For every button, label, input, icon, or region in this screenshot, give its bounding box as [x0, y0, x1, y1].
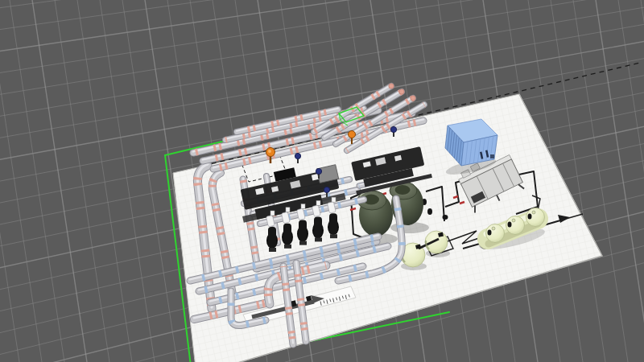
- 3d-viewport[interactable]: [0, 0, 644, 362]
- valve-handwheel[interactable]: [316, 168, 321, 174]
- pump-connector: [301, 204, 305, 209]
- pump-body[interactable]: [314, 216, 322, 237]
- pipe-end-flange: [389, 84, 394, 88]
- pump-foot: [330, 234, 337, 238]
- valve-handwheel[interactable]: [324, 187, 329, 192]
- model-scene: [0, 0, 644, 362]
- pump-foot: [269, 248, 276, 252]
- pump-connector: [270, 211, 275, 216]
- pump-connector: [316, 200, 320, 205]
- pump-connector: [332, 197, 336, 202]
- pipe-end-flange: [399, 89, 404, 94]
- pipe-end-flange: [411, 96, 415, 101]
- pump-foot: [284, 245, 291, 249]
- valve-handwheel[interactable]: [390, 126, 396, 132]
- pump-body[interactable]: [283, 224, 291, 245]
- pump-foot: [299, 241, 307, 245]
- pump-body[interactable]: [329, 213, 337, 234]
- pump-connector: [286, 208, 290, 212]
- pump-body[interactable]: [299, 220, 307, 241]
- pump-foot: [315, 237, 322, 241]
- valve-handwheel[interactable]: [295, 153, 300, 158]
- pump-body[interactable]: [268, 227, 276, 248]
